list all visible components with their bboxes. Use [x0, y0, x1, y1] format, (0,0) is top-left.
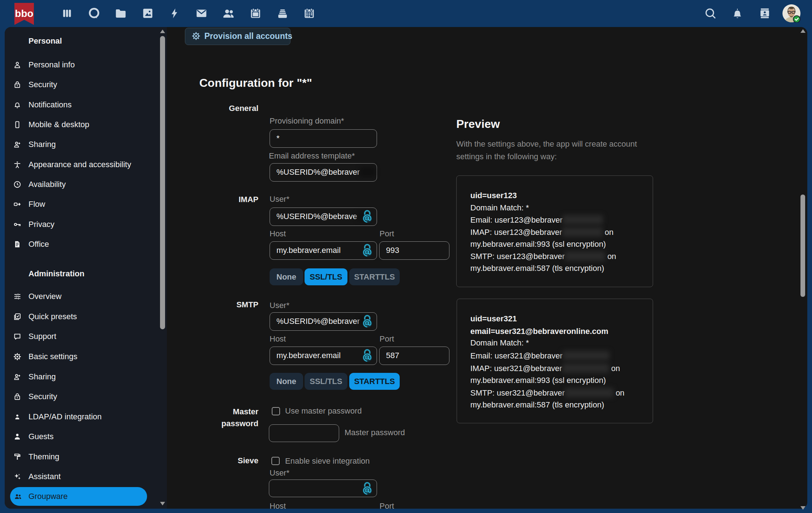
- svg-text:bbo: bbo: [15, 8, 33, 19]
